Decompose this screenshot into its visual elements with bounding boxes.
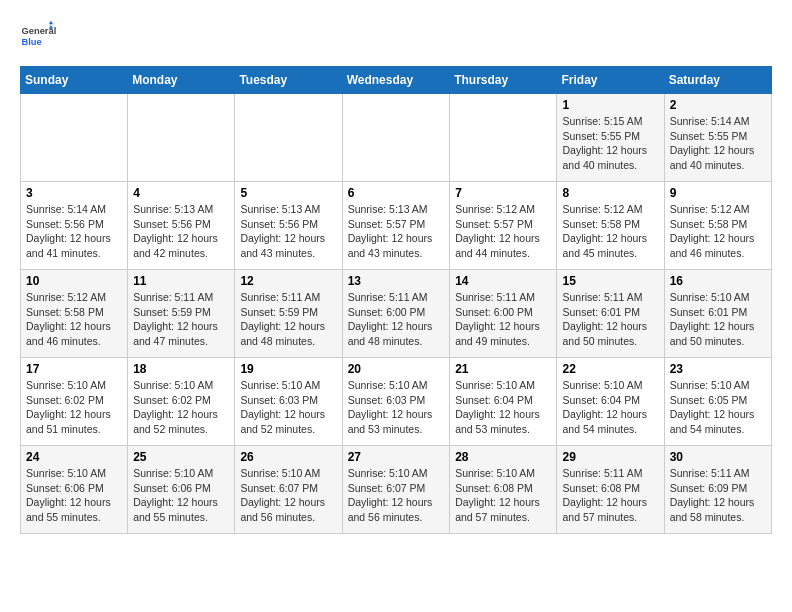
day-info: Sunrise: 5:13 AMSunset: 5:56 PMDaylight:…	[240, 202, 336, 261]
day-info: Sunrise: 5:10 AMSunset: 6:03 PMDaylight:…	[348, 378, 445, 437]
day-number: 21	[455, 362, 551, 376]
calendar-body: 1Sunrise: 5:15 AMSunset: 5:55 PMDaylight…	[21, 94, 772, 534]
day-info: Sunrise: 5:11 AMSunset: 6:00 PMDaylight:…	[348, 290, 445, 349]
day-number: 15	[562, 274, 658, 288]
day-info: Sunrise: 5:10 AMSunset: 6:07 PMDaylight:…	[348, 466, 445, 525]
day-number: 14	[455, 274, 551, 288]
weekday-header-row: SundayMondayTuesdayWednesdayThursdayFrid…	[21, 67, 772, 94]
calendar-cell: 6Sunrise: 5:13 AMSunset: 5:57 PMDaylight…	[342, 182, 450, 270]
weekday-header-tuesday: Tuesday	[235, 67, 342, 94]
calendar-cell: 11Sunrise: 5:11 AMSunset: 5:59 PMDayligh…	[128, 270, 235, 358]
day-info: Sunrise: 5:11 AMSunset: 6:08 PMDaylight:…	[562, 466, 658, 525]
day-info: Sunrise: 5:11 AMSunset: 6:01 PMDaylight:…	[562, 290, 658, 349]
calendar-cell: 27Sunrise: 5:10 AMSunset: 6:07 PMDayligh…	[342, 446, 450, 534]
day-info: Sunrise: 5:10 AMSunset: 6:02 PMDaylight:…	[26, 378, 122, 437]
calendar-cell: 10Sunrise: 5:12 AMSunset: 5:58 PMDayligh…	[21, 270, 128, 358]
day-number: 20	[348, 362, 445, 376]
calendar-cell: 4Sunrise: 5:13 AMSunset: 5:56 PMDaylight…	[128, 182, 235, 270]
calendar-cell: 29Sunrise: 5:11 AMSunset: 6:08 PMDayligh…	[557, 446, 664, 534]
day-info: Sunrise: 5:10 AMSunset: 6:07 PMDaylight:…	[240, 466, 336, 525]
day-info: Sunrise: 5:14 AMSunset: 5:56 PMDaylight:…	[26, 202, 122, 261]
day-info: Sunrise: 5:10 AMSunset: 6:01 PMDaylight:…	[670, 290, 766, 349]
day-number: 29	[562, 450, 658, 464]
day-number: 19	[240, 362, 336, 376]
calendar-cell: 8Sunrise: 5:12 AMSunset: 5:58 PMDaylight…	[557, 182, 664, 270]
day-info: Sunrise: 5:13 AMSunset: 5:57 PMDaylight:…	[348, 202, 445, 261]
calendar-cell	[21, 94, 128, 182]
day-number: 4	[133, 186, 229, 200]
day-info: Sunrise: 5:10 AMSunset: 6:03 PMDaylight:…	[240, 378, 336, 437]
day-number: 6	[348, 186, 445, 200]
logo: General Blue	[20, 20, 56, 56]
day-info: Sunrise: 5:12 AMSunset: 5:58 PMDaylight:…	[26, 290, 122, 349]
day-number: 16	[670, 274, 766, 288]
day-info: Sunrise: 5:10 AMSunset: 6:05 PMDaylight:…	[670, 378, 766, 437]
day-info: Sunrise: 5:12 AMSunset: 5:58 PMDaylight:…	[562, 202, 658, 261]
day-number: 25	[133, 450, 229, 464]
calendar-cell	[235, 94, 342, 182]
calendar-header: SundayMondayTuesdayWednesdayThursdayFrid…	[21, 67, 772, 94]
day-number: 26	[240, 450, 336, 464]
calendar-cell: 28Sunrise: 5:10 AMSunset: 6:08 PMDayligh…	[450, 446, 557, 534]
day-number: 27	[348, 450, 445, 464]
calendar-cell: 16Sunrise: 5:10 AMSunset: 6:01 PMDayligh…	[664, 270, 771, 358]
day-info: Sunrise: 5:14 AMSunset: 5:55 PMDaylight:…	[670, 114, 766, 173]
weekday-header-wednesday: Wednesday	[342, 67, 450, 94]
day-number: 18	[133, 362, 229, 376]
weekday-header-thursday: Thursday	[450, 67, 557, 94]
page-header: General Blue	[20, 20, 772, 56]
calendar-cell: 13Sunrise: 5:11 AMSunset: 6:00 PMDayligh…	[342, 270, 450, 358]
day-info: Sunrise: 5:11 AMSunset: 6:09 PMDaylight:…	[670, 466, 766, 525]
day-info: Sunrise: 5:10 AMSunset: 6:08 PMDaylight:…	[455, 466, 551, 525]
weekday-header-monday: Monday	[128, 67, 235, 94]
calendar-cell: 19Sunrise: 5:10 AMSunset: 6:03 PMDayligh…	[235, 358, 342, 446]
calendar-cell: 7Sunrise: 5:12 AMSunset: 5:57 PMDaylight…	[450, 182, 557, 270]
calendar-cell: 20Sunrise: 5:10 AMSunset: 6:03 PMDayligh…	[342, 358, 450, 446]
calendar-cell: 15Sunrise: 5:11 AMSunset: 6:01 PMDayligh…	[557, 270, 664, 358]
weekday-header-sunday: Sunday	[21, 67, 128, 94]
svg-text:Blue: Blue	[21, 37, 41, 47]
day-number: 5	[240, 186, 336, 200]
svg-marker-2	[49, 21, 53, 25]
day-number: 2	[670, 98, 766, 112]
day-info: Sunrise: 5:12 AMSunset: 5:57 PMDaylight:…	[455, 202, 551, 261]
day-info: Sunrise: 5:10 AMSunset: 6:02 PMDaylight:…	[133, 378, 229, 437]
day-number: 8	[562, 186, 658, 200]
week-row-2: 10Sunrise: 5:12 AMSunset: 5:58 PMDayligh…	[21, 270, 772, 358]
day-number: 10	[26, 274, 122, 288]
calendar-cell	[128, 94, 235, 182]
calendar-cell: 5Sunrise: 5:13 AMSunset: 5:56 PMDaylight…	[235, 182, 342, 270]
logo-svg: General Blue	[20, 20, 56, 56]
day-number: 30	[670, 450, 766, 464]
day-info: Sunrise: 5:11 AMSunset: 5:59 PMDaylight:…	[240, 290, 336, 349]
week-row-1: 3Sunrise: 5:14 AMSunset: 5:56 PMDaylight…	[21, 182, 772, 270]
calendar-cell: 9Sunrise: 5:12 AMSunset: 5:58 PMDaylight…	[664, 182, 771, 270]
day-number: 22	[562, 362, 658, 376]
day-number: 24	[26, 450, 122, 464]
calendar-cell	[342, 94, 450, 182]
calendar-cell: 30Sunrise: 5:11 AMSunset: 6:09 PMDayligh…	[664, 446, 771, 534]
day-info: Sunrise: 5:11 AMSunset: 6:00 PMDaylight:…	[455, 290, 551, 349]
calendar-cell: 23Sunrise: 5:10 AMSunset: 6:05 PMDayligh…	[664, 358, 771, 446]
calendar-cell: 12Sunrise: 5:11 AMSunset: 5:59 PMDayligh…	[235, 270, 342, 358]
weekday-header-saturday: Saturday	[664, 67, 771, 94]
calendar-cell	[450, 94, 557, 182]
day-info: Sunrise: 5:12 AMSunset: 5:58 PMDaylight:…	[670, 202, 766, 261]
day-info: Sunrise: 5:15 AMSunset: 5:55 PMDaylight:…	[562, 114, 658, 173]
day-info: Sunrise: 5:10 AMSunset: 6:04 PMDaylight:…	[455, 378, 551, 437]
day-number: 7	[455, 186, 551, 200]
day-number: 11	[133, 274, 229, 288]
week-row-0: 1Sunrise: 5:15 AMSunset: 5:55 PMDaylight…	[21, 94, 772, 182]
day-number: 12	[240, 274, 336, 288]
calendar-cell: 18Sunrise: 5:10 AMSunset: 6:02 PMDayligh…	[128, 358, 235, 446]
day-info: Sunrise: 5:10 AMSunset: 6:06 PMDaylight:…	[26, 466, 122, 525]
calendar-table: SundayMondayTuesdayWednesdayThursdayFrid…	[20, 66, 772, 534]
day-number: 9	[670, 186, 766, 200]
day-info: Sunrise: 5:10 AMSunset: 6:06 PMDaylight:…	[133, 466, 229, 525]
day-number: 13	[348, 274, 445, 288]
week-row-4: 24Sunrise: 5:10 AMSunset: 6:06 PMDayligh…	[21, 446, 772, 534]
day-number: 28	[455, 450, 551, 464]
day-info: Sunrise: 5:10 AMSunset: 6:04 PMDaylight:…	[562, 378, 658, 437]
calendar-cell: 2Sunrise: 5:14 AMSunset: 5:55 PMDaylight…	[664, 94, 771, 182]
day-info: Sunrise: 5:11 AMSunset: 5:59 PMDaylight:…	[133, 290, 229, 349]
